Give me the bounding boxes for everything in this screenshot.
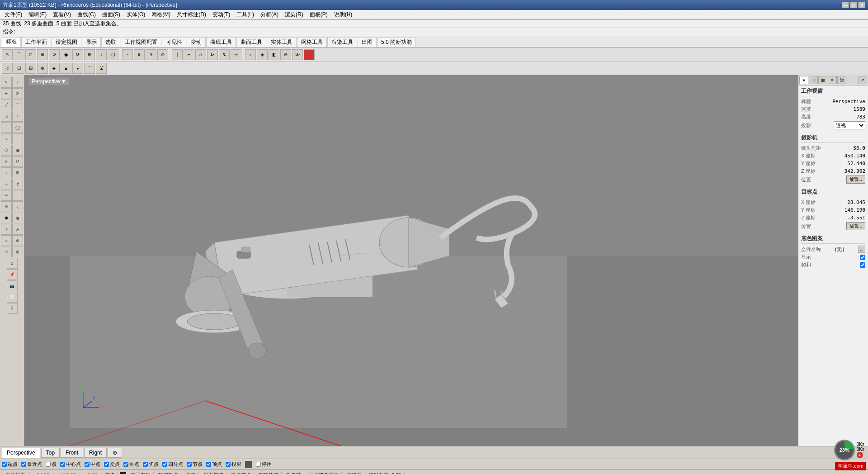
menu-item-S[interactable]: 曲面(S) — [99, 10, 123, 19]
sb-smarttrack[interactable]: 智慧轨迹 — [256, 472, 282, 474]
lt-boolean[interactable]: ⊕ — [1, 201, 12, 212]
sb-gridsnap[interactable]: 确定格点 — [156, 472, 181, 474]
tgt-pos-button[interactable]: 放置... — [846, 222, 865, 230]
tb-btn-15[interactable]: | — [172, 49, 183, 60]
lt-point[interactable]: · — [12, 133, 23, 144]
lt-mesh[interactable]: ⬢ — [1, 213, 12, 223]
lt-arc[interactable]: ⌒ — [1, 122, 12, 133]
sb-handle[interactable]: 把手磨砂 — [128, 472, 154, 474]
snap-nearest[interactable]: 最近点 — [21, 461, 42, 468]
sb-planar[interactable]: 平面模式 — [201, 472, 226, 474]
toolbar-tab-12[interactable]: 渲染工具 — [327, 37, 357, 47]
snap-quad-checkbox[interactable] — [162, 462, 167, 467]
lt-revolve[interactable]: ↺ — [12, 156, 23, 167]
menu-item-V[interactable]: 查看(V) — [50, 10, 74, 19]
rp-tab-help[interactable]: 說 — [837, 76, 846, 84]
vp-tab-top[interactable]: Top — [41, 448, 60, 458]
bg-browse-button[interactable]: … — [858, 246, 865, 253]
lt-view2[interactable]: ⬜ — [7, 292, 18, 303]
lt-render[interactable]: ◉ — [12, 213, 23, 223]
minimize-button[interactable]: — — [842, 2, 849, 8]
tb-btn-22[interactable]: ◈ — [257, 49, 268, 60]
wv-proj-select[interactable]: 透视 平行 — [834, 121, 865, 129]
toolbar-tab-14[interactable]: 5.0 的新功能 — [377, 37, 416, 47]
tb2-btn-7[interactable]: ⬥ — [72, 63, 83, 74]
lt-line[interactable]: ╱ — [1, 100, 12, 110]
lt-rotate[interactable]: ⟳ — [12, 88, 23, 99]
lt-loft[interactable]: ▣ — [12, 145, 23, 156]
sb-ortho[interactable]: 正交 — [183, 472, 199, 474]
menu-item-M[interactable]: 网格(M) — [149, 10, 173, 19]
lt-pin[interactable]: 📌 — [7, 269, 18, 280]
sb-gumball[interactable]: 操作轴 — [283, 472, 304, 474]
lt-cam[interactable]: 📷 — [7, 280, 18, 291]
toolbar-tab-7[interactable]: 变动 — [187, 37, 206, 47]
toolbar-tab-9[interactable]: 曲面工具 — [236, 37, 266, 47]
lt-split[interactable]: ⋮ — [12, 190, 23, 201]
toolbar-tab-10[interactable]: 实体工具 — [267, 37, 297, 47]
tb-btn-19[interactable]: ↯ — [219, 49, 230, 60]
tb-btn-4[interactable]: ⊕ — [37, 49, 48, 60]
tb-btn-14[interactable]: ⊙ — [157, 49, 168, 60]
menu-item-F[interactable]: 文件(F) — [2, 10, 25, 19]
tb-btn-13[interactable]: ⊻ — [146, 49, 156, 60]
bg-fit-checkbox[interactable] — [860, 262, 865, 268]
vp-tab-right[interactable]: Right — [84, 448, 107, 458]
tb-btn-24[interactable]: ⊛ — [280, 49, 291, 60]
rp-tab-display[interactable]: □ — [809, 76, 818, 84]
lt-rect[interactable]: □ — [1, 111, 12, 122]
lt-move[interactable]: ↕ — [1, 167, 12, 178]
menu-item-A[interactable]: 分析(A) — [258, 10, 281, 19]
lt-ellipse[interactable]: ◯ — [12, 122, 23, 133]
snap-intersect-checkbox[interactable] — [104, 462, 109, 467]
tb2-btn-9[interactable]: ⊻ — [96, 63, 107, 74]
tb-btn-17[interactable]: ⌂ — [195, 49, 206, 60]
snap-intersect[interactable]: 交点 — [104, 461, 120, 468]
lt-surface[interactable]: ⬡ — [1, 145, 12, 156]
tb-btn-12[interactable]: ≡ — [134, 49, 145, 60]
cam-pos-button[interactable]: 放置... — [846, 175, 865, 184]
snap-project-checkbox[interactable] — [226, 462, 231, 467]
snap-knot-checkbox[interactable] — [187, 462, 192, 467]
tb-btn-11[interactable]: ⋯ — [122, 49, 133, 60]
menu-item-T[interactable]: 变动(T) — [210, 10, 233, 19]
vp-tab-perspective[interactable]: Perspective — [2, 448, 40, 458]
tb2-btn-5[interactable]: ◈ — [49, 63, 60, 74]
lt-text[interactable]: A — [12, 224, 23, 235]
menu-item-P[interactable]: 面板(P) — [307, 10, 330, 19]
snap-mid-checkbox[interactable] — [85, 462, 90, 467]
rp-tab-layers[interactable]: ≡ — [828, 76, 837, 84]
tb-btn-9[interactable]: ↕ — [96, 49, 107, 60]
rp-tab-grid[interactable]: ▦ — [818, 76, 827, 84]
toolbar-tab-0[interactable]: 标准 — [2, 37, 21, 47]
menu-item-H[interactable]: 说明(H) — [331, 10, 355, 19]
lt-spline[interactable]: ∿ — [1, 133, 12, 144]
lt-dots[interactable]: ⠿ — [7, 303, 18, 314]
tb-btn-3[interactable]: □ — [25, 49, 36, 60]
menu-item-E[interactable]: 编辑(E) — [26, 10, 49, 19]
toolbar-tab-5[interactable]: 工作视图配置 — [121, 37, 161, 47]
lt-2[interactable]: 2 — [7, 258, 18, 269]
lt-trim[interactable]: ✂ — [1, 190, 12, 201]
tb2-btn-8[interactable]: ⌒ — [84, 63, 95, 74]
lt-polyline[interactable]: ⌒ — [12, 100, 23, 110]
toolbar-tab-2[interactable]: 设定视图 — [52, 37, 81, 47]
menu-item-D[interactable]: 尺寸标注(D) — [174, 10, 209, 19]
toolbar-tab-11[interactable]: 网格工具 — [297, 37, 327, 47]
snap-mid[interactable]: 中点 — [85, 461, 100, 468]
tb-btn-1[interactable]: ↖ — [2, 49, 13, 60]
lt-copy[interactable]: ⊞ — [12, 167, 23, 178]
sb-osnap[interactable]: 物件锁点 — [228, 472, 254, 474]
toolbar-tab-4[interactable]: 选取 — [101, 37, 120, 47]
snap-tan-checkbox[interactable] — [143, 462, 148, 467]
snap-quad[interactable]: 四分点 — [162, 461, 183, 468]
lt-fillet[interactable]: ◟ — [12, 201, 23, 212]
toolbar-tab-8[interactable]: 曲线工具 — [206, 37, 236, 47]
bg-display-checkbox[interactable] — [860, 255, 865, 260]
menu-item-C[interactable]: 曲线(C) — [75, 10, 99, 19]
tb2-btn-4[interactable]: ⊕ — [37, 63, 48, 74]
snap-center[interactable]: 中心点 — [60, 461, 81, 468]
lt-mirror[interactable]: ⊻ — [12, 179, 23, 190]
vp-tab-front[interactable]: Front — [61, 448, 83, 458]
snap-point[interactable]: 点 — [46, 461, 57, 468]
